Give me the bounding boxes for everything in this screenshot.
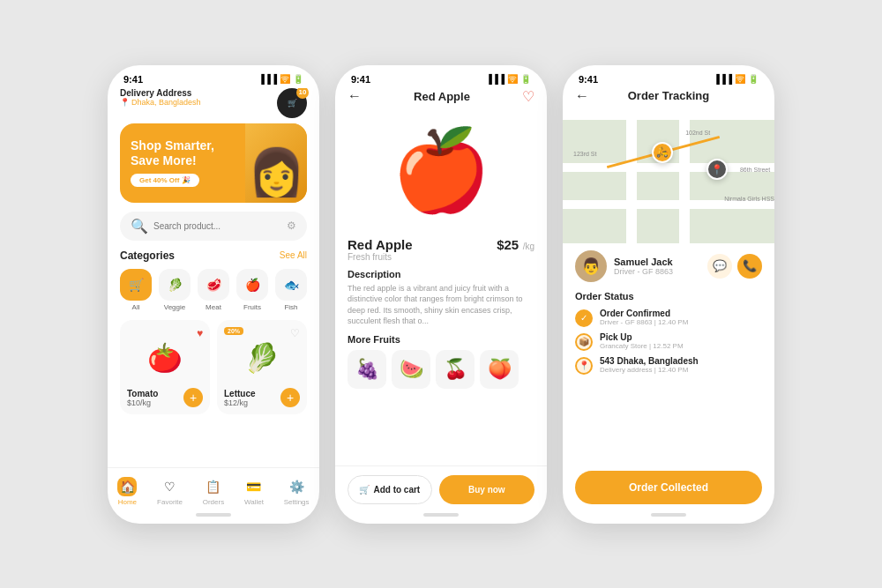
category-meat-icon: 🥩 [198, 269, 229, 301]
driver-id: Driver - GF 8863 [614, 267, 700, 276]
product-tomato[interactable]: ♥ 🍅 Tomato $10/kg + [120, 320, 210, 414]
category-fruits-label: Fruits [243, 303, 261, 311]
category-fruits-icon: 🍎 [236, 269, 268, 301]
status-delivery-label: 543 Dhaka, Bangladesh [600, 356, 699, 366]
driver-map-pin: 🛵 [652, 142, 673, 163]
description-title: Description [348, 269, 534, 279]
category-fish-icon: 🐟 [275, 269, 307, 301]
home-indicator-2 [423, 513, 459, 517]
delivery-address: 📍 Dhaka, Bangladesh [120, 98, 201, 107]
order-collected-button[interactable]: Order Collected [575, 471, 762, 504]
wifi-icon-2: 🛜 [507, 74, 518, 84]
add-to-cart-button[interactable]: 🛒 Add to cart [348, 475, 432, 504]
status-icons-1: ▐▐▐ 🛜 🔋 [258, 74, 303, 84]
add-lettuce-button[interactable]: + [280, 388, 300, 407]
category-meat-label: Meat [206, 303, 221, 311]
time-1: 9:41 [123, 74, 143, 85]
nav-home[interactable]: 🏠 Home [117, 477, 137, 506]
product-title: Red Apple [348, 237, 413, 252]
home-indicator-3 [651, 513, 686, 517]
filter-icon: ⚙ [287, 220, 296, 232]
fruit-thumb-grapes[interactable]: 🍇 [348, 350, 386, 389]
product-price-unit: /kg [523, 242, 534, 251]
time-2: 9:41 [351, 74, 370, 85]
delivery-row: Delivery Address 📍 Dhaka, Bangladesh 🛒 1… [120, 88, 307, 118]
delivery-label: Delivery Address [120, 88, 201, 98]
status-icons-2: ▐▐▐ 🛜 🔋 [486, 74, 531, 84]
category-meat[interactable]: 🥩 Meat [198, 269, 229, 311]
home-icon: 🏠 [117, 477, 137, 496]
nav-favorite-label: Favorite [157, 498, 183, 506]
description-text: The red apple is a vibrant and juicy fru… [348, 283, 534, 327]
tracking-page-title: Order Tracking [628, 89, 709, 102]
status-confirmed: ✓ Order Confirmed Driver - GF 8863 | 12.… [575, 309, 762, 327]
settings-icon: ⚙️ [287, 477, 306, 496]
status-pickup: 📦 Pick Up Grancaty Store | 12.52 PM [575, 332, 762, 351]
category-veggie[interactable]: 🥬 Veggie [159, 269, 191, 311]
add-tomato-button[interactable]: + [183, 388, 203, 407]
cart-icon: 🛒 [288, 99, 297, 108]
street-label-2: 123rd St [573, 151, 596, 157]
driver-details: Samuel Jack Driver - GF 8863 [614, 257, 700, 276]
status-bar-3: 9:41 ▐▐▐ 🛜 🔋 [563, 65, 774, 88]
status-bar-2: 9:41 ▐▐▐ 🛜 🔋 [335, 65, 547, 88]
category-fish-label: Fish [284, 303, 297, 311]
category-veggie-label: Veggie [164, 303, 185, 311]
search-input[interactable] [153, 221, 281, 231]
nav-wallet[interactable]: 💳 Wallet [244, 477, 264, 506]
product-header-row: ← Red Apple ♡ [348, 88, 534, 105]
nav-home-label: Home [118, 498, 137, 506]
category-veggie-icon: 🥬 [159, 269, 191, 301]
back-button[interactable]: ← [348, 88, 362, 104]
banner-cta[interactable]: Get 40% Off 🎉 [131, 174, 199, 187]
signal-icon: ▐▐▐ [258, 74, 277, 84]
favorite-button[interactable]: ♡ [522, 88, 534, 105]
street-label-4: Nirmala Girls HSS [724, 196, 774, 202]
driver-info-row: 👨 Samuel Jack Driver - GF 8863 💬 📞 [575, 250, 762, 282]
fruit-thumb-cherry[interactable]: 🍒 [436, 350, 475, 389]
orders-icon: 📋 [204, 477, 223, 496]
product-page-title: Red Apple [414, 90, 470, 103]
cart-button[interactable]: 🛒 10 [277, 88, 307, 118]
order-status-title: Order Status [575, 291, 762, 301]
battery-icon-2: 🔋 [520, 74, 531, 84]
cart-icon-small: 🛒 [359, 485, 370, 495]
driver-avatar: 👨 [575, 250, 607, 282]
fruit-thumb-peach[interactable]: 🍑 [480, 350, 519, 389]
product-image-container: 🍎 [348, 114, 534, 228]
more-fruits-title: More Fruits [348, 334, 534, 345]
wallet-icon: 💳 [244, 477, 264, 496]
nav-settings[interactable]: ⚙️ Settings [284, 477, 310, 506]
nav-orders[interactable]: 📋 Orders [203, 477, 224, 506]
status-pickup-sub: Grancaty Store | 12.52 PM [600, 342, 684, 350]
tracking-map: 🛵 📍 102nd St 123rd St 86th Street Nirmal… [563, 120, 774, 243]
category-fish[interactable]: 🐟 Fish [275, 269, 307, 311]
discount-badge-lettuce: 20% [224, 327, 243, 335]
categories-header: Categories See All [120, 249, 307, 262]
status-dot-confirmed: ✓ [575, 309, 593, 327]
phone-product: 9:41 ▐▐▐ 🛜 🔋 ← Red Apple ♡ 🍎 Red Apple [335, 65, 547, 524]
category-fruits[interactable]: 🍎 Fruits [236, 269, 268, 311]
see-all-link[interactable]: See All [280, 250, 307, 260]
map-background [563, 120, 774, 243]
heart-icon-tomato[interactable]: ♥ [197, 327, 203, 339]
fruit-thumb-watermelon[interactable]: 🍉 [392, 350, 430, 389]
search-bar[interactable]: 🔍 ⚙ [120, 212, 307, 241]
wifi-icon: 🛜 [280, 74, 290, 84]
buy-now-button[interactable]: Buy now [439, 475, 534, 504]
home-indicator-1 [196, 513, 231, 517]
heart-icon-lettuce[interactable]: ♡ [290, 327, 300, 339]
nav-favorite[interactable]: ♡ Favorite [157, 477, 183, 506]
wifi-icon-3: 🛜 [735, 74, 745, 84]
category-all[interactable]: 🛒 All [120, 269, 152, 311]
driver-name: Samuel Jack [614, 257, 700, 267]
promo-banner[interactable]: Shop Smarter,Save More! Get 40% Off 🎉 👩 [120, 123, 307, 203]
category-all-icon: 🛒 [120, 269, 152, 301]
status-icons-3: ▐▐▐ 🛜 🔋 [714, 74, 759, 84]
tracking-back-button[interactable]: ← [575, 88, 589, 104]
phone-tracking: 9:41 ▐▐▐ 🛜 🔋 ← Order Tracking 🛵 📍 [563, 65, 774, 524]
message-driver-button[interactable]: 💬 [707, 254, 732, 279]
product-lettuce[interactable]: 20% ♡ 🥬 Lettuce $12/kg + [217, 320, 307, 414]
time-3: 9:41 [579, 74, 598, 85]
call-driver-button[interactable]: 📞 [737, 254, 762, 279]
